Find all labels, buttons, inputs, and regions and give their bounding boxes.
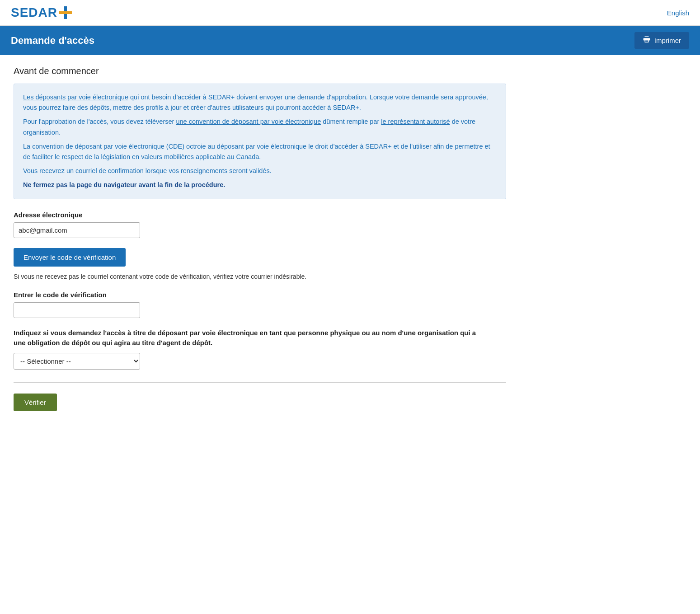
logo: SEDAR <box>11 5 73 20</box>
email-input[interactable] <box>14 222 140 238</box>
printer-icon <box>643 36 651 45</box>
select-question-label: Indiquez si vous demandez l'accès à titr… <box>14 328 488 348</box>
language-link[interactable]: English <box>667 9 689 17</box>
info-box: Les déposants par voie électronique qui … <box>14 84 506 199</box>
spam-hint: Si vous ne recevez pas le courriel conte… <box>14 273 506 280</box>
info-para-3: La convention de déposant par voie élect… <box>23 141 497 162</box>
verification-code-input[interactable] <box>14 302 140 318</box>
info-para-5: Ne fermez pas la page du navigateur avan… <box>23 180 497 190</box>
info-para-2: Pour l'approbation de l'accès, vous deve… <box>23 117 497 137</box>
deposants-link[interactable]: Les déposants par voie électronique <box>23 94 128 101</box>
page-banner: Demande d'accès Imprimer <box>0 26 700 55</box>
info-para-5-bold: Ne fermez pas la page du navigateur avan… <box>23 181 225 188</box>
convention-link[interactable]: une convention de déposant par voie élec… <box>176 118 321 125</box>
info-para-1: Les déposants par voie électronique qui … <box>23 92 497 113</box>
section-title: Avant de commencer <box>14 66 506 76</box>
print-button[interactable]: Imprimer <box>634 32 689 49</box>
send-code-button[interactable]: Envoyer le code de vérification <box>14 248 126 267</box>
select-group: Indiquez si vous demandez l'accès à titr… <box>14 328 506 370</box>
verification-code-group: Entrer le code de vérification <box>14 291 506 318</box>
svg-rect-1 <box>59 11 72 14</box>
deposant-type-select[interactable]: -- Sélectionner -- Personne physique Org… <box>14 353 140 370</box>
top-header: SEDAR English <box>0 0 700 26</box>
logo-plus-icon <box>58 5 73 20</box>
verify-button[interactable]: Vérifier <box>14 394 57 411</box>
info-para-4: Vous recevrez un courriel de confirmatio… <box>23 166 497 176</box>
main-content: Avant de commencer Les déposants par voi… <box>0 55 520 422</box>
representant-link[interactable]: le représentant autorisé <box>381 118 450 125</box>
logo-sedar-text: SEDAR <box>11 5 57 20</box>
info-para-2-middle: dûment remplie par <box>321 118 381 125</box>
verification-code-label: Entrer le code de vérification <box>14 291 506 299</box>
email-label: Adresse électronique <box>14 211 506 219</box>
page-title: Demande d'accès <box>11 35 94 47</box>
email-group: Adresse électronique <box>14 211 506 238</box>
info-para-2-prefix: Pour l'approbation de l'accès, vous deve… <box>23 118 176 125</box>
divider <box>14 382 506 383</box>
print-button-label: Imprimer <box>654 37 681 44</box>
